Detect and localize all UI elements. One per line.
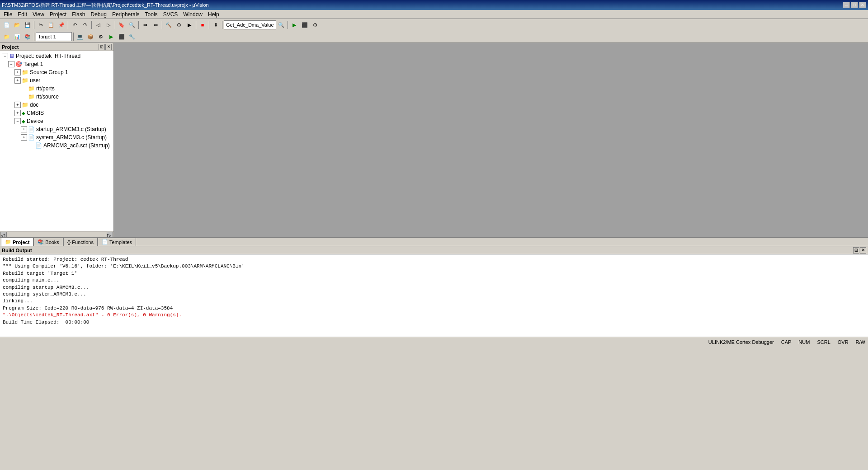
tree-item-device[interactable]: − ◆ Device <box>0 117 113 125</box>
sep8 <box>209 21 209 29</box>
panel-float-button[interactable]: ◱ <box>99 44 105 50</box>
hscroll-left[interactable]: ◁ <box>0 232 7 237</box>
stop-button[interactable]: ⬛ <box>300 20 310 30</box>
panel-close-button[interactable]: ✕ <box>105 44 112 50</box>
function-search-button[interactable]: 🔍 <box>276 20 286 30</box>
sourcegroup1-label: Source Group 1 <box>30 69 68 75</box>
menu-tools[interactable]: Tools <box>142 10 160 19</box>
tree-item-user[interactable]: + 📁 user <box>0 76 113 85</box>
menu-help[interactable]: Help <box>205 10 222 19</box>
menu-file[interactable]: File <box>1 10 15 19</box>
tree-item-startup[interactable]: + 📄 startup_ARMCM3.c (Startup) <box>0 125 113 133</box>
settings-button[interactable]: ⚙ <box>310 20 320 30</box>
books-button[interactable]: 📚 <box>23 32 33 42</box>
build-line-5: compiling system_ARMCM3.c... <box>3 291 865 298</box>
bookmark-button[interactable]: 🔖 <box>117 20 127 30</box>
tree-item-armcm3[interactable]: 📄 ARMCM3_ac6.sct (Startup) <box>0 141 113 150</box>
tree-item-project[interactable]: − 🖥 Project: cedtek_RT-Thread <box>0 52 113 60</box>
tree-item-system[interactable]: + 📄 system_ARMCM3.c (Startup) <box>0 133 113 141</box>
expand-sourcegroup1[interactable]: + <box>14 69 21 75</box>
sep10 <box>288 21 288 29</box>
tab-project[interactable]: 📁 Project <box>1 238 33 246</box>
select-device-button[interactable]: 💻 <box>75 32 85 42</box>
user-label: user <box>30 77 40 84</box>
tab-templates[interactable]: 📄 Templates <box>98 238 136 246</box>
status-num: NUM <box>798 339 810 345</box>
run-button[interactable]: ▶ <box>289 20 299 30</box>
sep1 <box>34 21 34 29</box>
redo-button[interactable]: ↷ <box>80 20 90 30</box>
menu-window[interactable]: Window <box>180 10 205 19</box>
expand-device[interactable]: − <box>14 118 21 124</box>
paste-button[interactable]: 📌 <box>57 20 66 30</box>
project-icon: 🖥 <box>9 53 14 59</box>
options-button[interactable]: ⚙ <box>96 32 106 42</box>
unindent-button[interactable]: ⇐ <box>151 20 160 30</box>
tree-item-rttsource[interactable]: 📁 rtt/source <box>0 93 113 101</box>
cut-button[interactable]: ✂ <box>36 20 46 30</box>
project-window-button[interactable]: 📁 <box>2 32 12 42</box>
tree-item-target1[interactable]: − 🎯 Target 1 <box>0 60 113 68</box>
copy-button[interactable]: 📋 <box>46 20 56 30</box>
build-line-4: compiling startup_ARMCM3.c... <box>3 284 865 291</box>
nav-fwd-button[interactable]: ▷ <box>104 20 113 30</box>
tree-hscroll[interactable]: ◁ ▷ <box>0 231 113 237</box>
menu-flash[interactable]: Flash <box>69 10 88 19</box>
save-button[interactable]: 💾 <box>23 20 33 30</box>
menu-project[interactable]: Project <box>47 10 69 19</box>
find-button[interactable]: 🔍 <box>127 20 137 30</box>
expand-startup[interactable]: + <box>21 126 27 132</box>
open-button[interactable]: 📂 <box>12 20 22 30</box>
menu-debug[interactable]: Debug <box>88 10 109 19</box>
regs-button[interactable]: 📊 <box>12 32 22 42</box>
maximize-button[interactable]: □ <box>851 2 858 8</box>
sep9 <box>222 21 222 29</box>
new-file-button[interactable]: 📄 <box>2 20 12 30</box>
status-ovr: OVR <box>838 339 849 345</box>
hscroll-right[interactable]: ▷ <box>107 232 113 237</box>
expand-doc[interactable]: + <box>14 102 21 108</box>
title-bar-text: F:\STM32\RTOS\新建 RT-Thread 工程—软件仿真\Proje… <box>2 2 209 9</box>
build-output-float-button[interactable]: ◱ <box>853 247 859 254</box>
main-layout: Project ◱ ✕ − 🖥 Project: cedtek_RT-Threa… <box>0 43 868 237</box>
menu-peripherals[interactable]: Peripherals <box>109 10 142 19</box>
tree-item-doc[interactable]: + 📁 doc <box>0 101 113 109</box>
build-output-close-button[interactable]: ✕ <box>860 247 866 254</box>
view-settings-button[interactable]: 🔧 <box>127 32 137 42</box>
close-button[interactable]: ✕ <box>859 2 866 8</box>
stop-debug-button[interactable]: ⬛ <box>117 32 127 42</box>
menu-edit[interactable]: Edit <box>15 10 30 19</box>
expand-user[interactable]: + <box>14 77 21 84</box>
tab-books[interactable]: 📚 Books <box>33 238 63 246</box>
tree-item-sourcegroup1[interactable]: + 📁 Source Group 1 <box>0 68 113 76</box>
manage-comp-button[interactable]: 📦 <box>85 32 95 42</box>
translate-button[interactable]: ▶ <box>184 20 194 30</box>
device-icon: ◆ <box>22 119 25 124</box>
expand-system[interactable]: + <box>21 134 27 141</box>
target1-label: Target 1 <box>24 61 43 67</box>
tab-project-icon: 📁 <box>5 239 11 245</box>
sep-t2-2 <box>73 33 74 41</box>
tree-item-cmsis[interactable]: + ◆ CMSIS <box>0 109 113 117</box>
nav-back-button[interactable]: ◁ <box>93 20 103 30</box>
stop-build-button[interactable]: ■ <box>198 20 208 30</box>
tab-templates-icon: 📄 <box>102 239 108 245</box>
minimize-button[interactable]: ─ <box>843 2 850 8</box>
expand-project[interactable]: − <box>2 53 8 59</box>
tab-functions[interactable]: {} Functions <box>63 238 98 246</box>
build-line-1: *** Using Compiler 'V6.16', folder: 'E:\… <box>3 263 865 270</box>
rebuild-button[interactable]: ⚙ <box>174 20 184 30</box>
menu-svcs[interactable]: SVCS <box>160 10 181 19</box>
download-button[interactable]: ⬇ <box>211 20 221 30</box>
indent-button[interactable]: ⇒ <box>140 20 150 30</box>
hscroll-track <box>7 232 106 237</box>
expand-target1[interactable]: − <box>8 61 14 67</box>
function-dropdown[interactable]: Get_Adc_Dma_Value <box>224 20 276 29</box>
expand-cmsis[interactable]: + <box>14 110 21 116</box>
run-to-cursor-button[interactable]: ▶ <box>106 32 116 42</box>
target-dropdown[interactable]: Target 1 <box>36 32 72 41</box>
menu-view[interactable]: View <box>30 10 47 19</box>
build-button[interactable]: 🔨 <box>164 20 174 30</box>
tree-item-rttports[interactable]: 📁 rtt/ports <box>0 85 113 93</box>
undo-button[interactable]: ↶ <box>70 20 80 30</box>
